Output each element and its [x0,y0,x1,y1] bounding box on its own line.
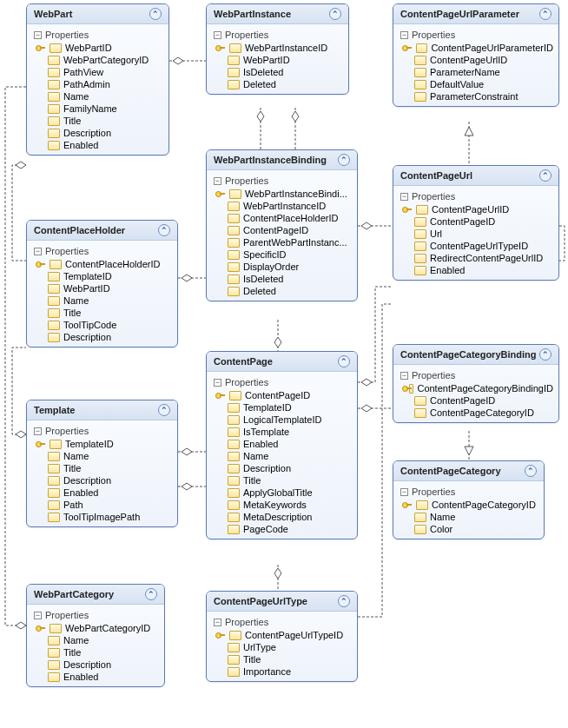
entity-WebPartCategory[interactable]: WebPartCategory⌃−PropertiesWebPartCatego… [26,584,165,687]
property-row[interactable]: Name [27,634,164,646]
entity-ContentPageCategoryBinding[interactable]: ContentPageCategoryBinding⌃−PropertiesCo… [393,344,559,423]
property-row[interactable]: WebPartID [207,54,348,66]
property-row[interactable]: Name [27,450,177,462]
property-row[interactable]: Description [27,127,168,139]
property-row[interactable]: ContentPlaceHolderID [207,212,357,224]
property-row[interactable]: ContentPageID [393,394,558,407]
properties-label[interactable]: −Properties [393,485,544,499]
entity-header[interactable]: ContentPageUrlType⌃ [207,592,357,612]
property-row[interactable]: ContentPageID [207,224,357,236]
property-row[interactable]: WebPartCategoryID [27,622,164,634]
property-row[interactable]: RedirectContentPageUrlID [393,252,558,264]
properties-label[interactable]: −Properties [27,28,168,42]
chevron-up-icon[interactable]: ⌃ [329,8,341,20]
property-row[interactable]: DisplayOrder [207,261,357,273]
chevron-up-icon[interactable]: ⌃ [539,169,551,182]
properties-label[interactable]: −Properties [27,244,177,258]
property-row[interactable]: Path [27,499,177,511]
property-row[interactable]: Description [27,659,164,671]
minus-icon[interactable]: − [400,31,408,39]
property-row[interactable]: WebPartID [27,42,168,54]
property-row[interactable]: PathView [27,66,168,78]
properties-label[interactable]: −Properties [207,615,357,629]
property-row[interactable]: PathAdmin [27,78,168,90]
entity-header[interactable]: WebPartCategory⌃ [27,585,164,605]
property-row[interactable]: Description [207,462,357,474]
entity-WebPart[interactable]: WebPart⌃−PropertiesWebPartIDWebPartCateg… [26,3,169,156]
chevron-up-icon[interactable]: ⌃ [539,348,551,361]
chevron-up-icon[interactable]: ⌃ [158,224,170,236]
property-row[interactable]: ContentPageUrlID [393,203,558,215]
properties-label[interactable]: −Properties [393,189,558,203]
properties-label[interactable]: −Properties [27,608,164,622]
entity-WebPartInstance[interactable]: WebPartInstance⌃−PropertiesWebPartInstan… [206,3,349,95]
property-row[interactable]: Name [207,450,357,462]
property-row[interactable]: DefaultValue [393,78,558,90]
properties-label[interactable]: −Properties [27,424,177,438]
minus-icon[interactable]: − [34,31,42,39]
entity-WebPartInstanceBinding[interactable]: WebPartInstanceBinding⌃−PropertiesWebPar… [206,149,358,301]
entity-header[interactable]: ContentPlaceHolder⌃ [27,221,177,241]
entity-header[interactable]: ContentPageCategoryBinding⌃ [393,345,558,365]
property-row[interactable]: ParentWebPartInstanc... [207,236,357,248]
property-row[interactable]: ContentPageUrlTypeID [207,629,357,641]
property-row[interactable]: WebPartInstanceBindi... [207,188,357,200]
minus-icon[interactable]: − [400,193,408,201]
property-row[interactable]: MetaKeywords [207,499,357,511]
property-row[interactable]: Title [207,474,357,486]
property-row[interactable]: Title [207,653,357,665]
chevron-up-icon[interactable]: ⌃ [158,404,170,416]
entity-header[interactable]: ContentPageUrl⌃ [393,166,558,186]
property-row[interactable]: Title [27,462,177,474]
property-row[interactable]: WebPartCategoryID [27,54,168,66]
property-row[interactable]: MetaDescription [207,511,357,523]
entity-ContentPage[interactable]: ContentPage⌃−PropertiesContentPageIDTemp… [206,351,358,539]
entity-Template[interactable]: Template⌃−PropertiesTemplateIDNameTitleD… [26,400,178,527]
property-row[interactable]: Enabled [27,486,177,499]
properties-label[interactable]: −Properties [393,28,558,42]
property-row[interactable]: TemplateID [27,270,177,282]
property-row[interactable]: TemplateID [207,401,357,414]
property-row[interactable]: Name [27,295,177,307]
property-row[interactable]: ContentPageID [393,215,558,228]
property-row[interactable]: Name [27,90,168,103]
properties-label[interactable]: −Properties [207,28,348,42]
minus-icon[interactable]: − [34,612,42,619]
property-row[interactable]: ParameterName [393,66,558,78]
entity-ContentPageUrlParameter[interactable]: ContentPageUrlParameter⌃−PropertiesConte… [393,3,559,107]
chevron-up-icon[interactable]: ⌃ [338,595,350,607]
minus-icon[interactable]: − [400,488,408,496]
property-row[interactable]: ContentPlaceHolderID [27,258,177,270]
property-row[interactable]: TemplateID [27,438,177,450]
minus-icon[interactable]: − [214,619,221,626]
property-row[interactable]: Enabled [27,139,168,151]
property-row[interactable]: ContentPageCategoryID [393,499,544,511]
property-row[interactable]: IsTemplate [207,426,357,438]
property-row[interactable]: UrlType [207,641,357,653]
property-row[interactable]: ToolTipCode [27,319,177,331]
property-row[interactable]: Title [27,115,168,127]
property-row[interactable]: ApplyGlobalTitle [207,486,357,499]
chevron-up-icon[interactable]: ⌃ [338,355,350,367]
entity-ContentPageUrlType[interactable]: ContentPageUrlType⌃−PropertiesContentPag… [206,591,358,682]
minus-icon[interactable]: − [34,427,42,435]
entity-header[interactable]: Template⌃ [27,400,177,420]
property-row[interactable]: Name [393,511,544,523]
property-row[interactable]: WebPartInstanceID [207,42,348,54]
property-row[interactable]: Title [27,646,164,659]
properties-label[interactable]: −Properties [207,375,357,389]
entity-header[interactable]: ContentPageCategory⌃ [393,461,544,481]
property-row[interactable]: ContentPageCategoryBindingID [393,382,558,394]
entity-header[interactable]: ContentPage⌃ [207,352,357,372]
property-row[interactable]: Color [393,523,544,535]
property-row[interactable]: IsDeleted [207,273,357,285]
minus-icon[interactable]: − [400,372,408,380]
properties-label[interactable]: −Properties [207,174,357,188]
property-row[interactable]: ContentPageUrlID [393,54,558,66]
property-row[interactable]: PageCode [207,523,357,535]
property-row[interactable]: FamilyName [27,103,168,115]
property-row[interactable]: LogicalTemplateID [207,414,357,426]
property-row[interactable]: ParameterConstraint [393,90,558,103]
property-row[interactable]: Enabled [393,264,558,276]
minus-icon[interactable]: − [214,379,221,387]
